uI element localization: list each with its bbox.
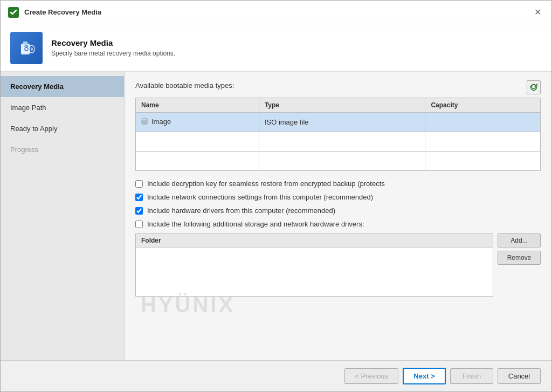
- checkbox-hardware-drivers-input[interactable]: [135, 207, 143, 215]
- previous-button[interactable]: < Previous: [344, 368, 398, 384]
- section-header: Available bootable media types:: [135, 80, 541, 94]
- sidebar-item-recovery-media[interactable]: Recovery Media: [1, 76, 124, 97]
- checkbox-additional-storage[interactable]: Include the following additional storage…: [135, 220, 541, 228]
- sidebar-item-ready-to-apply[interactable]: Ready to Apply: [1, 118, 124, 139]
- col-name: Name: [136, 98, 259, 113]
- checkbox-network-connections[interactable]: Include network connections settings fro…: [135, 193, 541, 201]
- col-capacity: Capacity: [425, 98, 541, 113]
- checkbox-additional-storage-input[interactable]: [135, 221, 143, 228]
- drivers-buttons: Add... Remove: [498, 233, 541, 297]
- table-row-empty-1: [136, 132, 541, 152]
- svg-rect-11: [142, 119, 146, 120]
- titlebar-title: Create Recovery Media: [24, 8, 530, 16]
- cell-name: Image: [136, 113, 259, 132]
- cell-type: ISO image file: [259, 113, 425, 132]
- svg-point-9: [31, 47, 33, 51]
- checkbox-decryption-key-label: Include decryption key for seamless rest…: [147, 180, 385, 188]
- drivers-col-folder: Folder: [136, 234, 493, 247]
- checkbox-hardware-drivers-label: Include hardware drivers from this compu…: [147, 207, 335, 215]
- main-content: Available bootable media types: Name Typ…: [125, 72, 551, 360]
- image-icon: [141, 118, 149, 125]
- dialog-window: Create Recovery Media ✕ Recovery Media: [0, 0, 552, 392]
- add-button[interactable]: Add...: [498, 233, 541, 247]
- sidebar-item-image-path[interactable]: Image Path: [1, 97, 124, 118]
- header-title: Recovery Media: [51, 38, 175, 47]
- footer: < Previous Next > Finish Cancel: [1, 360, 551, 391]
- header-icon: [10, 32, 43, 64]
- cancel-button[interactable]: Cancel: [498, 368, 541, 384]
- next-button[interactable]: Next >: [403, 368, 446, 384]
- checkbox-network-connections-input[interactable]: [135, 194, 143, 201]
- header-subtitle: Specify bare metal recovery media option…: [51, 50, 175, 57]
- remove-button[interactable]: Remove: [498, 251, 541, 265]
- drivers-table: Folder: [136, 234, 493, 296]
- app-icon: [7, 6, 20, 19]
- watermark: HYÜNIX: [141, 293, 235, 317]
- body: Recovery Media Image Path Ready to Apply…: [1, 72, 551, 360]
- svg-rect-2: [23, 42, 27, 45]
- section-title: Available bootable media types:: [135, 81, 234, 90]
- header-text: Recovery Media Specify bare metal recove…: [51, 38, 175, 57]
- sidebar: Recovery Media Image Path Ready to Apply…: [1, 72, 125, 360]
- titlebar: Create Recovery Media ✕: [1, 1, 551, 24]
- checkbox-decryption-key[interactable]: Include decryption key for seamless rest…: [135, 180, 541, 188]
- col-type: Type: [259, 98, 425, 113]
- checkbox-additional-storage-label: Include the following additional storage…: [147, 220, 364, 228]
- checkbox-hardware-drivers[interactable]: Include hardware drivers from this compu…: [135, 207, 541, 215]
- checkbox-decryption-key-input[interactable]: [135, 180, 143, 188]
- drivers-row-empty: [136, 247, 493, 296]
- cell-capacity: [425, 113, 541, 132]
- refresh-button[interactable]: [527, 80, 541, 94]
- close-button[interactable]: ✕: [530, 5, 545, 20]
- header-area: Recovery Media Specify bare metal recove…: [1, 24, 551, 72]
- table-row-empty-2: [136, 152, 541, 171]
- drivers-table-wrap: Folder: [135, 233, 493, 297]
- table-row[interactable]: Image ISO image file: [136, 113, 541, 132]
- sidebar-item-progress: Progress: [1, 139, 124, 160]
- checkbox-network-connections-label: Include network connections settings fro…: [147, 193, 373, 201]
- drivers-container: Folder Add... Remove: [135, 233, 541, 297]
- media-table: Name Type Capacity I: [135, 98, 541, 171]
- finish-button[interactable]: Finish: [450, 368, 493, 384]
